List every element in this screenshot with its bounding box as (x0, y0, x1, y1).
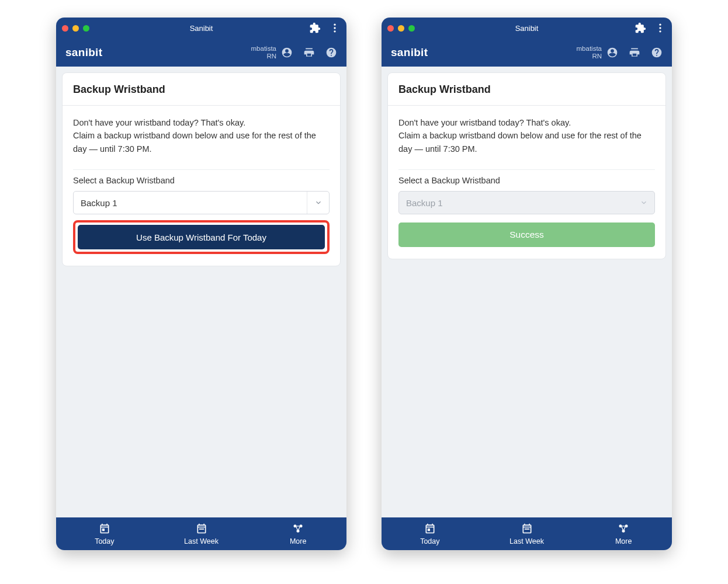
kebab-menu-icon[interactable] (654, 22, 666, 34)
window-titlebar: Sanibit (382, 18, 672, 39)
calendar-today-icon (424, 523, 436, 536)
select-value: Backup 1 (81, 198, 117, 208)
more-icon (292, 523, 304, 536)
calendar-week-icon (196, 523, 207, 536)
nav-more[interactable]: More (575, 517, 672, 550)
backup-wristband-card: Backup Wristband Don't have your wristba… (387, 72, 666, 259)
card-title: Backup Wristband (388, 73, 665, 105)
svg-point-5 (297, 529, 300, 532)
nav-today-label: Today (420, 537, 439, 545)
select-label: Select a Backup Wristband (73, 176, 330, 185)
phone-after: Sanibit sanibit mbatista RN (382, 18, 672, 550)
content-area: Backup Wristband Don't have your wristba… (56, 67, 346, 517)
primary-button-highlight: Use Backup Wristband For Today (73, 220, 330, 254)
body-line-1: Don't have your wristband today? That's … (398, 116, 655, 129)
calendar-week-icon (521, 523, 533, 536)
kebab-menu-icon[interactable] (329, 22, 341, 34)
user-info[interactable]: mbatista RN (577, 45, 618, 60)
window-title: Sanibit (382, 24, 672, 33)
chevron-down-icon (632, 192, 654, 214)
username: mbatista (577, 45, 602, 53)
account-icon (281, 47, 293, 58)
help-icon[interactable] (325, 47, 337, 58)
minimize-window-dot[interactable] (72, 25, 79, 32)
content-area: Backup Wristband Don't have your wristba… (382, 67, 672, 517)
svg-point-11 (622, 529, 625, 532)
body-line-1: Don't have your wristband today? That's … (73, 116, 330, 129)
backup-wristband-select[interactable]: Backup 1 (73, 191, 330, 214)
svg-point-0 (334, 24, 335, 26)
extension-icon[interactable] (309, 22, 321, 34)
account-icon (606, 47, 618, 58)
svg-point-7 (659, 27, 661, 29)
username: mbatista (251, 45, 276, 53)
nav-today[interactable]: Today (382, 517, 479, 550)
card-title: Backup Wristband (63, 73, 340, 105)
nav-last-week-label: Last Week (184, 537, 219, 545)
nav-last-week-label: Last Week (509, 537, 544, 545)
minimize-window-dot[interactable] (398, 25, 404, 32)
help-icon[interactable] (651, 47, 663, 58)
brand-logo: sanibit (391, 46, 428, 59)
nav-last-week[interactable]: Last Week (153, 517, 250, 550)
nav-more-label: More (290, 537, 306, 545)
more-icon (618, 523, 629, 536)
window-titlebar: Sanibit (56, 18, 346, 39)
user-role: RN (266, 53, 276, 60)
print-icon[interactable] (303, 47, 315, 58)
backup-wristband-select-disabled: Backup 1 (398, 191, 655, 214)
brand-logo: sanibit (65, 46, 102, 59)
window-title: Sanibit (56, 24, 346, 33)
nav-last-week[interactable]: Last Week (479, 517, 576, 550)
user-role: RN (592, 53, 602, 60)
phone-before: Sanibit sanibit mbatista RN (56, 18, 346, 550)
app-header: sanibit mbatista RN (382, 39, 672, 67)
bottom-nav: Today Last Week More (56, 517, 346, 550)
select-value: Backup 1 (406, 198, 443, 208)
nav-today[interactable]: Today (56, 517, 153, 550)
body-line-2: Claim a backup wristband down below and … (73, 129, 330, 155)
body-line-2: Claim a backup wristband down below and … (398, 129, 655, 155)
calendar-today-icon (99, 523, 110, 536)
bottom-nav: Today Last Week More (382, 517, 672, 550)
close-window-dot[interactable] (62, 25, 68, 32)
svg-point-1 (334, 27, 335, 29)
user-info[interactable]: mbatista RN (251, 45, 293, 60)
svg-point-6 (659, 24, 661, 26)
success-button: Success (398, 223, 655, 247)
divider (398, 169, 655, 170)
traffic-lights (387, 25, 415, 32)
app-header: sanibit mbatista RN (56, 39, 346, 67)
svg-point-2 (334, 30, 335, 32)
svg-point-8 (659, 30, 661, 32)
nav-today-label: Today (95, 537, 114, 545)
traffic-lights (62, 25, 89, 32)
chevron-down-icon (307, 192, 329, 214)
maximize-window-dot[interactable] (83, 25, 89, 32)
use-backup-button[interactable]: Use Backup Wristband For Today (78, 225, 325, 249)
print-icon[interactable] (629, 47, 640, 58)
card-body: Don't have your wristband today? That's … (388, 106, 665, 166)
select-label: Select a Backup Wristband (398, 176, 655, 185)
maximize-window-dot[interactable] (408, 25, 415, 32)
extension-icon[interactable] (635, 22, 646, 34)
close-window-dot[interactable] (387, 25, 394, 32)
nav-more-label: More (615, 537, 632, 545)
nav-more[interactable]: More (249, 517, 346, 550)
divider (73, 169, 330, 170)
backup-wristband-card: Backup Wristband Don't have your wristba… (62, 72, 341, 266)
card-body: Don't have your wristband today? That's … (63, 106, 340, 166)
